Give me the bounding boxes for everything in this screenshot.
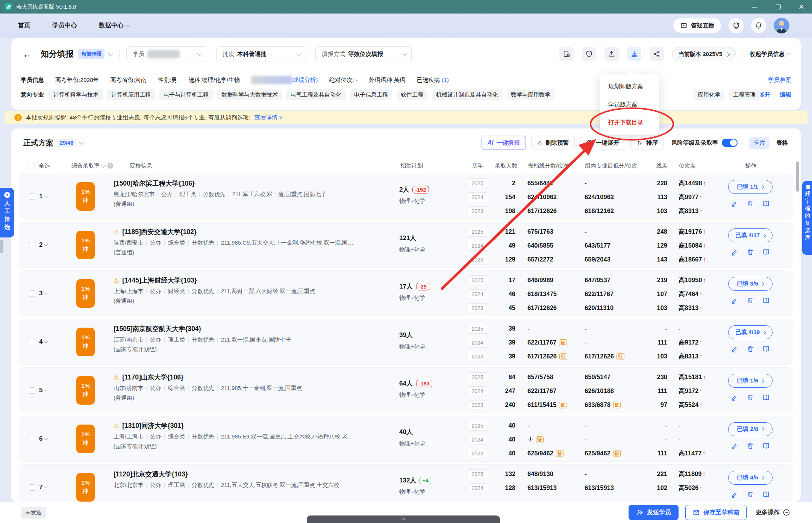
risk-toggle[interactable]: [722, 139, 738, 147]
disease-count-link[interactable]: (1): [442, 77, 449, 83]
plan-switch-chevron[interactable]: [79, 140, 84, 145]
edit-icon[interactable]: [731, 297, 738, 306]
row-checkbox[interactable]: [29, 290, 35, 297]
row-checkbox[interactable]: [29, 436, 35, 442]
row-checkbox[interactable]: [29, 484, 35, 491]
risk-check-button[interactable]: [582, 47, 596, 61]
notifications-button[interactable]: [751, 18, 766, 33]
filled-button[interactable]: 已填 2/8: [728, 422, 773, 436]
compare-icon[interactable]: [762, 394, 770, 403]
student-name-redacted: [147, 50, 180, 58]
compare-icon[interactable]: [762, 345, 770, 354]
nav-item-0[interactable]: 首页: [18, 21, 30, 30]
sync-doc-button[interactable]: [559, 47, 574, 61]
download-menu-item-1[interactable]: 学员版方案: [600, 95, 659, 113]
nav-item-2[interactable]: 数据中心: [99, 21, 130, 30]
row-index[interactable]: 1: [39, 193, 47, 200]
separator: |: [228, 191, 230, 197]
compare-icon[interactable]: [762, 297, 770, 306]
share-button[interactable]: [650, 47, 664, 61]
download-menu-item-0[interactable]: 规划师版方案: [600, 77, 659, 95]
delete-icon[interactable]: [747, 297, 754, 306]
school-meta-item: 211,985,E9,双一流,国重点,土交六校,小语种八校,老…: [221, 433, 353, 440]
row-checkbox[interactable]: [29, 387, 35, 394]
expand-majors-link[interactable]: 展开: [759, 91, 770, 99]
fill-mode-select[interactable]: 填报方式 等效位次填报: [315, 46, 412, 62]
delete-icon[interactable]: [747, 394, 754, 403]
avatar[interactable]: [774, 18, 789, 33]
row-index[interactable]: 7: [39, 484, 47, 491]
edit-icon[interactable]: [731, 442, 738, 451]
delete-icon[interactable]: [747, 491, 754, 500]
row-index[interactable]: 6: [39, 435, 47, 443]
close-button[interactable]: [798, 4, 804, 10]
filled-button[interactable]: 已填 4/17: [728, 228, 773, 242]
filled-button[interactable]: 已填 3/5: [728, 277, 773, 291]
send-to-student-button[interactable]: 发送学员: [629, 505, 679, 520]
rank-diff-value: 高7464↑: [670, 287, 715, 301]
row-checkbox[interactable]: [29, 339, 35, 345]
select-all-checkbox[interactable]: [29, 163, 35, 169]
maximize-button[interactable]: [775, 4, 781, 10]
edit-icon[interactable]: [731, 345, 738, 354]
edit-icon[interactable]: [731, 394, 738, 403]
export-button[interactable]: [604, 47, 619, 61]
candidate-library-float-button[interactable]: 郑宇楠的备选库: [802, 181, 812, 255]
version-button[interactable]: 当前版本 2025V5: [672, 47, 736, 61]
taskbar-peek[interactable]: [307, 515, 500, 523]
rate-sort-chevron[interactable]: [101, 163, 106, 168]
row-checkbox[interactable]: [29, 242, 35, 248]
title-chevron-icon[interactable]: [108, 51, 113, 56]
edit-icon[interactable]: [731, 200, 738, 209]
help-icon[interactable]: ?: [108, 163, 113, 169]
manual-filter-float-button[interactable]: 人工筛选: [0, 188, 14, 237]
compare-icon[interactable]: [762, 491, 770, 500]
more-actions-button[interactable]: 更多操作: [756, 509, 790, 517]
compare-icon[interactable]: [762, 200, 770, 209]
minimize-button[interactable]: [752, 4, 758, 10]
expand-all-button[interactable]: 一键展开: [580, 136, 625, 150]
compare-icon[interactable]: [762, 442, 770, 451]
delete-warning-button[interactable]: ⚠ 删除预警: [531, 136, 575, 150]
student-select[interactable]: 学员: [126, 46, 207, 62]
filled-button[interactable]: 已填 1/6: [728, 374, 773, 388]
delete-icon[interactable]: [747, 248, 754, 257]
edit-icon[interactable]: [731, 248, 738, 257]
compare-icon[interactable]: [762, 248, 770, 257]
row-checkbox[interactable]: [29, 193, 35, 200]
filled-button[interactable]: 已填 4/19: [728, 325, 773, 339]
filled-button[interactable]: 已填 1/1: [728, 180, 773, 194]
scrollbar-thumb[interactable]: [796, 162, 799, 192]
batch-select[interactable]: 批次 本科普通批: [216, 46, 306, 62]
school-meta-item: 黑龙江/哈尔滨市: [114, 191, 155, 197]
live-qa-button[interactable]: 答疑直播: [673, 18, 721, 33]
download-button[interactable]: [627, 47, 641, 61]
back-button[interactable]: ←: [23, 49, 32, 59]
ai-fill-button[interactable]: AI 一键填报: [482, 136, 526, 150]
edit-majors-link[interactable]: 编辑: [780, 91, 791, 99]
row-index[interactable]: 4: [39, 338, 47, 346]
line-value: 624/10962: [521, 190, 577, 204]
score-analysis-link[interactable]: 成绩分析): [292, 76, 318, 84]
student-archive-link[interactable]: 学员档案: [768, 76, 791, 84]
delete-icon[interactable]: [747, 200, 754, 209]
row-index[interactable]: 2: [39, 241, 47, 249]
row-index[interactable]: 3: [39, 290, 47, 297]
filled-button[interactable]: 已填 4/5: [728, 471, 773, 485]
line-score: 648/9130: [527, 470, 553, 478]
collapse-student-info-link[interactable]: 收起学员信息: [750, 50, 791, 58]
record-button[interactable]: 录: [729, 18, 744, 33]
edit-icon[interactable]: [731, 491, 738, 500]
row-index[interactable]: 5: [39, 387, 47, 394]
sort-button[interactable]: 排序: [630, 136, 664, 150]
notice-detail-link[interactable]: 查看详情 >: [255, 114, 283, 122]
delete-icon[interactable]: [747, 345, 754, 354]
admitted-value: 45: [494, 301, 521, 315]
nav-item-1[interactable]: 学员中心: [52, 21, 77, 30]
collapsed-panel-handle[interactable]: [0, 240, 3, 253]
delete-icon[interactable]: [747, 442, 754, 451]
download-menu-item-2[interactable]: 打开下载目录: [600, 113, 659, 132]
view-card-tab[interactable]: 卡片: [749, 137, 770, 149]
view-table-tab[interactable]: 表格: [772, 137, 792, 149]
save-draft-button[interactable]: 保存至草稿箱: [685, 505, 747, 520]
